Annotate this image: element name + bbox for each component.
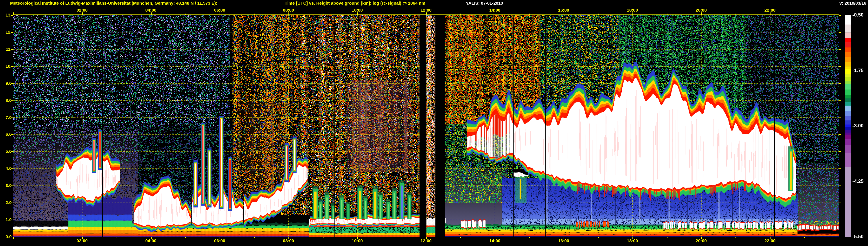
height-tick-label: 6.0 [2,132,11,136]
time-tick-label-bottom: 14:00 [485,238,505,243]
heatmap-canvas [0,0,868,246]
time-tick-label-bottom: 16:00 [554,238,574,243]
height-tick-label: 9.0 [2,81,11,86]
time-tick-label-bottom: 18:00 [622,238,643,243]
time-tick-label-bottom: 02:00 [72,238,92,243]
height-tick-label: 12. [2,30,11,34]
height-tick-label: 8.0 [2,98,11,103]
time-tick-label-bottom: 04:00 [141,238,161,243]
institute-title: Meteorological Institute of Ludwig-Maxim… [10,1,217,5]
time-tick-label-top: 14:00 [485,7,505,12]
height-tick-label: 0.0 [2,234,11,239]
instrument-date: YALIS: 07-01-2010 [466,1,503,5]
colorbar-tick-label: -1.75 [852,68,868,73]
version-stamp: V: 2010/03/16 [839,1,866,5]
time-tick-label-bottom: 06:00 [210,238,230,243]
colorbar-tick-label: -0.50 [852,12,868,18]
time-tick-label-top: 20:00 [691,7,711,12]
time-tick-label-bottom: 20:00 [691,238,711,243]
time-tick-label-top: 06:00 [210,7,230,12]
time-tick-label-top: 12:00 [416,7,436,12]
height-tick-label: 3.0 [2,183,11,188]
height-tick-label: 11. [2,47,11,52]
time-tick-label-bottom: 22:00 [760,238,780,243]
time-tick-label-bottom: 08:00 [278,238,299,243]
time-tick-label-top: 02:00 [72,7,92,12]
height-tick-label: 13. [2,12,11,18]
time-tick-label-bottom: 10:00 [347,238,368,243]
time-tick-label-top: 10:00 [347,7,368,12]
height-tick-label: 2.0 [2,200,11,205]
plot-title: Time [UTC] vs. Height above ground [km]:… [285,1,425,5]
time-tick-label-top: 08:00 [278,7,299,12]
lidar-quicklook-window: Meteorological Institute of Ludwig-Maxim… [0,0,868,246]
colorbar-tick-label: -5.50 [852,234,868,240]
height-tick-label: 10. [2,64,11,69]
time-tick-label-top: 04:00 [141,7,161,12]
height-tick-label: 1.0 [2,217,11,222]
time-tick-label-top: 16:00 [554,7,574,12]
time-tick-label-bottom: 12:00 [416,238,436,243]
height-tick-label: 5.0 [2,149,11,154]
time-tick-label-top: 18:00 [622,7,643,12]
time-tick-label-top: 22:00 [760,7,780,12]
height-tick-label: 4.0 [2,166,11,171]
colorbar-tick-label: -4.25 [852,179,868,184]
height-tick-label: 7.0 [2,115,11,120]
colorbar-tick-label: -3.00 [852,123,868,129]
